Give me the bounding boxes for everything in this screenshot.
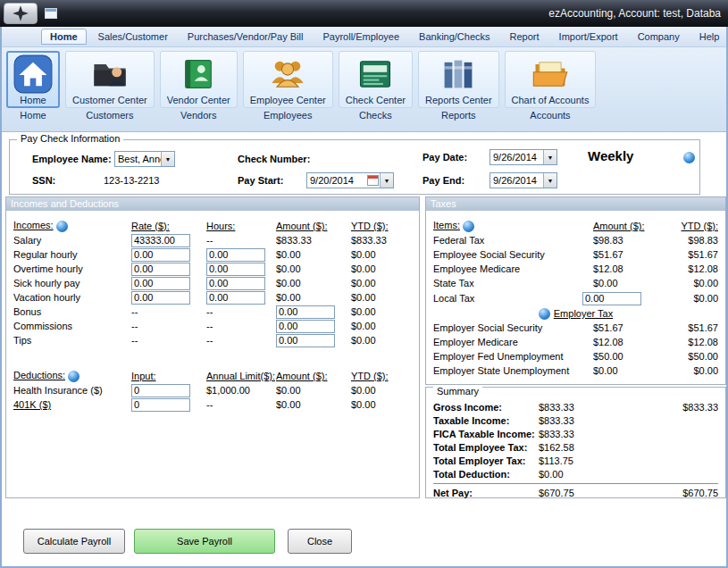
summary-value: $833.33 xyxy=(539,429,594,439)
taxes-panel-header: Taxes xyxy=(426,197,725,211)
toolbar-shortcut-checks[interactable]: Checks xyxy=(359,110,392,121)
customer-center-button[interactable]: Customer Center xyxy=(65,51,155,108)
hours-input[interactable] xyxy=(206,263,265,276)
taxes-help-globe-icon[interactable] xyxy=(463,221,474,232)
calculate-payroll-button[interactable]: Calculate Payroll xyxy=(23,529,125,554)
amount-value: $0.00 xyxy=(276,385,351,396)
toolbar-button-label: Check Center xyxy=(346,95,406,105)
rate-input[interactable] xyxy=(131,248,190,262)
menu-payroll-employee[interactable]: Payroll/Employee xyxy=(314,29,407,44)
items-col-header: Items: xyxy=(433,220,460,230)
income-row: Commissions -- -- $0.00 xyxy=(13,319,412,333)
chevron-down-icon[interactable]: ▼ xyxy=(543,150,556,164)
amount-value: $0.00 xyxy=(276,278,351,288)
summary-row: Gross Income: $833.33 $833.33 xyxy=(433,400,718,413)
toolbar-reports-center: Reports Center Reports xyxy=(418,51,499,121)
vendor-center-button[interactable]: Vendor Center xyxy=(160,51,238,108)
summary-value: $0.00 xyxy=(539,469,594,480)
hours-input[interactable] xyxy=(206,291,265,305)
amount-input[interactable] xyxy=(276,334,335,347)
pay-date-combo[interactable]: 9/26/2014 ▼ xyxy=(490,149,557,165)
hours-input[interactable] xyxy=(206,277,265,290)
tax-ytd: $98.83 xyxy=(645,235,718,246)
deductions-help-globe-icon[interactable] xyxy=(68,371,79,382)
deduction-row: 401K ($) -- $0.00 $0.00 xyxy=(13,397,412,412)
menu-report[interactable]: Report xyxy=(502,29,548,44)
toolbar-button-label: Reports Center xyxy=(425,95,492,105)
toolbar-shortcut-reports[interactable]: Reports xyxy=(441,110,476,121)
rate-input[interactable] xyxy=(131,277,190,290)
toolbar-shortcut-vendors[interactable]: Vendors xyxy=(180,110,216,121)
annual-limit-value: $1,000.00 xyxy=(206,385,276,396)
incomes-help-globe-icon[interactable] xyxy=(56,221,68,232)
employee-name-combo[interactable]: Best, Anne ▼ xyxy=(114,151,175,167)
ytd-col-header: YTD ($): xyxy=(351,371,412,381)
chart-of-accounts-button[interactable]: Chart of Accounts xyxy=(505,51,597,108)
amount-value: $0.00 xyxy=(276,263,351,274)
chevron-down-icon[interactable]: ▼ xyxy=(543,173,556,188)
menu-import-export[interactable]: Import/Export xyxy=(551,29,626,44)
income-label: Commissions xyxy=(13,321,131,331)
amount-input[interactable] xyxy=(276,305,335,319)
menu-sales-customer[interactable]: Sales/Customer xyxy=(90,29,176,44)
check-number-input[interactable] xyxy=(314,151,389,166)
toolbar-employee-center: Employee Center Employees xyxy=(243,51,333,121)
help-globe-icon[interactable] xyxy=(683,152,695,163)
reports-center-button[interactable]: Reports Center xyxy=(418,51,499,108)
deduction-input[interactable] xyxy=(131,398,190,412)
check-center-button[interactable]: Check Center xyxy=(339,51,413,108)
summary-value: $833.33 xyxy=(539,415,594,426)
employee-name-label: Employee Name: xyxy=(32,154,112,164)
deductions-header-row: Deductions: Input: Annual Limit($): Amou… xyxy=(13,369,412,383)
deduction-input[interactable] xyxy=(131,384,190,397)
deductions-col-header: Deductions: xyxy=(13,370,65,380)
ytd-value: $0.00 xyxy=(351,385,412,396)
menu-purchases-vendor[interactable]: Purchases/Vendor/Pay Bill xyxy=(180,29,312,44)
ytd-value: $0.00 xyxy=(351,335,412,346)
ytd-value: $0.00 xyxy=(351,278,412,288)
summary-value: $670.75 xyxy=(539,488,594,498)
rate-value: -- xyxy=(131,335,206,346)
menu-company[interactable]: Company xyxy=(630,29,688,44)
pay-start-datepicker[interactable]: 9/20/2014 ▼ xyxy=(306,172,394,188)
amount-value: $833.33 xyxy=(276,235,351,246)
menu-home[interactable]: Home xyxy=(41,29,87,45)
rate-input[interactable] xyxy=(131,291,190,305)
chevron-down-icon[interactable]: ▼ xyxy=(380,173,393,188)
menu-help[interactable]: Help xyxy=(691,29,728,44)
deduction-401k-link[interactable]: 401K ($) xyxy=(13,399,131,410)
ytd-value: $0.00 xyxy=(351,399,412,410)
employer-tax-help-globe-icon[interactable] xyxy=(539,308,550,320)
home-button[interactable]: Home xyxy=(6,51,60,108)
employee-center-button[interactable]: Employee Center xyxy=(243,51,333,108)
pay-end-combo[interactable]: 9/26/2014 ▼ xyxy=(490,172,557,188)
hours-value: -- xyxy=(206,306,276,317)
toolbar-shortcut-home[interactable]: Home xyxy=(20,110,46,121)
deduction-label: Health Insurance ($) xyxy=(13,385,131,396)
local-tax-input[interactable] xyxy=(582,292,641,305)
ssn-value: 123-13-2213 xyxy=(104,175,159,186)
toolbar-vendor-center: Vendor Center Vendors xyxy=(160,51,238,121)
tax-amount: $0.00 xyxy=(593,278,645,288)
chevron-down-icon[interactable]: ▼ xyxy=(161,152,174,166)
hours-input[interactable] xyxy=(206,248,265,262)
summary-label: Net Pay: xyxy=(433,488,539,498)
amount-input[interactable] xyxy=(276,320,335,333)
toolbar-shortcut-employees[interactable]: Employees xyxy=(264,110,312,121)
toolbar-shortcut-accounts[interactable]: Accounts xyxy=(530,110,570,121)
app-logo-button[interactable] xyxy=(4,3,38,24)
rate-input[interactable] xyxy=(131,234,190,247)
calendar-icon[interactable] xyxy=(367,175,379,186)
ytd-value: $833.33 xyxy=(351,235,412,246)
hours-value: -- xyxy=(206,335,276,346)
summary-value: $113.75 xyxy=(539,455,594,466)
income-label: Overtime hourly xyxy=(13,263,131,274)
close-button[interactable]: Close xyxy=(288,529,352,554)
save-payroll-button[interactable]: Save Payroll xyxy=(134,529,275,554)
ytd-value: $0.00 xyxy=(351,249,412,260)
summary-label: Total Deduction: xyxy=(433,469,539,480)
tax-row: Local Tax $0.00 xyxy=(433,290,718,306)
rate-input[interactable] xyxy=(131,263,190,276)
menu-banking-checks[interactable]: Banking/Checks xyxy=(411,29,498,44)
toolbar-shortcut-customers[interactable]: Customers xyxy=(86,110,133,121)
